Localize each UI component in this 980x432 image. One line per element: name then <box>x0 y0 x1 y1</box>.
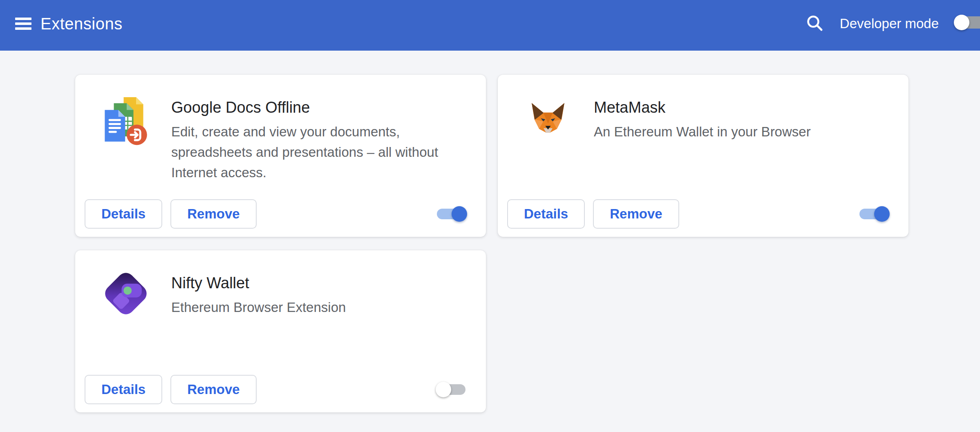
app-header: Extensions Developer mode <box>0 0 980 51</box>
extension-name: Google Docs Offline <box>171 98 449 117</box>
extension-card-metamask: MetaMask An Ethereum Wallet in your Brow… <box>498 75 908 237</box>
remove-button[interactable]: Remove <box>170 375 256 404</box>
google-docs-offline-icon <box>102 95 151 150</box>
main-menu-icon[interactable] <box>15 18 31 30</box>
extension-description: Edit, create and view your documents, sp… <box>171 122 449 183</box>
remove-button[interactable]: Remove <box>170 199 256 229</box>
metamask-fox-icon <box>524 95 573 150</box>
remove-button[interactable]: Remove <box>593 199 679 229</box>
toggle-knob <box>452 206 467 222</box>
extension-name: Nifty Wallet <box>171 274 346 292</box>
details-button[interactable]: Details <box>85 199 162 229</box>
extension-name: MetaMask <box>594 98 811 117</box>
extensions-grid: Google Docs Offline Edit, create and vie… <box>0 51 980 412</box>
toggle-knob <box>436 382 451 397</box>
toggle-knob <box>954 15 969 30</box>
extension-enabled-toggle[interactable] <box>437 382 465 397</box>
developer-mode-toggle[interactable] <box>954 15 980 30</box>
extension-description: An Ethereum Wallet in your Browser <box>594 122 811 142</box>
details-button[interactable]: Details <box>85 375 162 404</box>
page-title: Extensions <box>40 15 123 33</box>
extension-enabled-toggle[interactable] <box>437 206 465 222</box>
nifty-wallet-icon <box>102 270 151 325</box>
extension-card-nifty-wallet: Nifty Wallet Ethereum Browser Extension … <box>75 250 486 412</box>
extension-enabled-toggle[interactable] <box>859 206 888 222</box>
details-button[interactable]: Details <box>507 199 585 229</box>
developer-mode-label: Developer mode <box>840 16 939 31</box>
search-icon[interactable] <box>805 14 824 33</box>
extension-card-google-docs-offline: Google Docs Offline Edit, create and vie… <box>75 75 486 237</box>
extension-description: Ethereum Browser Extension <box>171 297 346 318</box>
toggle-knob <box>874 206 890 222</box>
